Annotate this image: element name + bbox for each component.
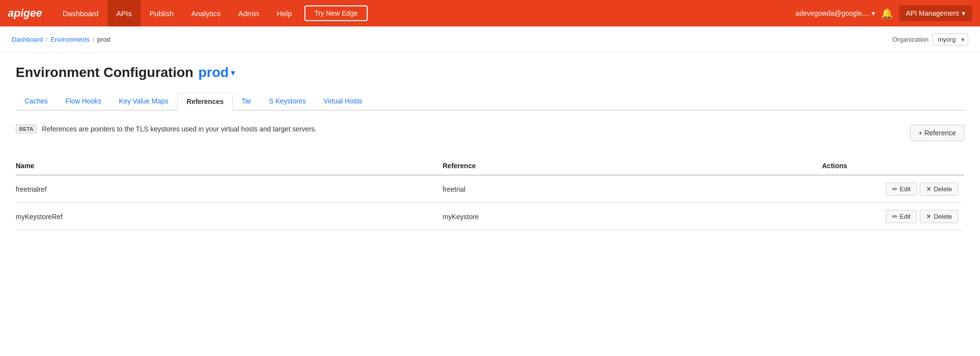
apigee-logo: apigee [8, 7, 42, 20]
beta-description-text: References are pointers to the TLS keyst… [42, 125, 317, 133]
page-title: Environment Configuration prod ▾ [16, 65, 964, 80]
table-body: freetrialref freetrial ✏ Edit ✕ Delete [16, 175, 964, 230]
nav-analytics[interactable]: Analytics [182, 0, 229, 26]
org-dropdown[interactable]: myorg [932, 33, 968, 46]
row-1-name: freetrialref [16, 175, 443, 203]
org-dropdown-wrapper[interactable]: myorg [932, 33, 968, 46]
beta-section: BETA References are pointers to the TLS … [16, 123, 964, 143]
beta-badge: BETA [16, 125, 37, 133]
cross-icon: ✕ [926, 185, 931, 193]
env-name-text: prod [198, 65, 228, 80]
nav-right: adevegowda@google.... ▾ 🔔 API Management… [796, 5, 972, 21]
org-selector: Organization myorg [892, 33, 968, 46]
row-1-edit-button[interactable]: ✏ Edit [886, 182, 917, 196]
breadcrumb-prod: prod [97, 36, 110, 43]
table-header-row: Name Reference Actions [16, 157, 964, 175]
row-1-delete-button[interactable]: ✕ Delete [920, 182, 958, 196]
row-1-action-btns: ✏ Edit ✕ Delete [822, 182, 958, 196]
row-2-reference: myKeystore [443, 203, 822, 230]
tab-key-value-maps[interactable]: Key Value Maps [110, 92, 177, 111]
references-table: Name Reference Actions freetrialref free… [16, 157, 964, 230]
row-1-reference: freetrial [443, 175, 822, 203]
edit-label: Edit [900, 185, 910, 193]
org-label: Organization [892, 36, 929, 43]
tab-tar[interactable]: Tar [233, 92, 260, 111]
table-row: myKeystoreRef myKeystore ✏ Edit ✕ Delete [16, 203, 964, 230]
top-navigation: apigee Dashboard APIs Publish Analytics … [0, 0, 980, 26]
edit-label: Edit [900, 213, 910, 220]
table-header: Name Reference Actions [16, 157, 964, 175]
user-chevron-icon: ▾ [872, 9, 875, 17]
tab-references[interactable]: References [177, 93, 233, 111]
col-header-name: Name [16, 157, 443, 175]
breadcrumb-bar: Dashboard / Environments / prod Organiza… [0, 26, 980, 53]
beta-description: BETA References are pointers to the TLS … [16, 125, 317, 133]
row-2-actions: ✏ Edit ✕ Delete [822, 203, 964, 230]
env-chevron-icon: ▾ [231, 68, 235, 77]
table-row: freetrialref freetrial ✏ Edit ✕ Delete [16, 175, 964, 203]
user-menu[interactable]: adevegowda@google.... ▾ [796, 9, 875, 17]
row-2-delete-button[interactable]: ✕ Delete [920, 210, 958, 223]
try-new-edge-button[interactable]: Try New Edge [304, 5, 367, 21]
breadcrumb-dashboard[interactable]: Dashboard [12, 36, 43, 43]
notification-bell-icon[interactable]: 🔔 [881, 7, 893, 19]
breadcrumb-environments[interactable]: Environments [50, 36, 89, 43]
nav-help[interactable]: Help [268, 0, 301, 26]
breadcrumb-sep-1: / [46, 36, 48, 43]
api-mgmt-label: API Management [906, 9, 959, 17]
tab-flow-hooks[interactable]: Flow Hooks [56, 92, 110, 111]
pencil-icon: ✏ [892, 185, 898, 193]
pencil-icon: ✏ [892, 213, 898, 220]
user-email: adevegowda@google.... [796, 9, 870, 17]
breadcrumb-sep-2: / [93, 36, 95, 43]
row-1-actions: ✏ Edit ✕ Delete [822, 175, 964, 203]
tab-virtual-hosts[interactable]: Virtual Hosts [315, 92, 371, 111]
env-name[interactable]: prod ▾ [198, 65, 234, 80]
col-header-actions: Actions [822, 157, 964, 175]
api-management-button[interactable]: API Management ▾ [899, 5, 972, 21]
nav-dashboard[interactable]: Dashboard [54, 0, 107, 26]
page-content: Environment Configuration prod ▾ Caches … [0, 53, 980, 242]
row-2-name: myKeystoreRef [16, 203, 443, 230]
breadcrumb: Dashboard / Environments / prod [12, 36, 110, 43]
row-2-action-btns: ✏ Edit ✕ Delete [822, 210, 958, 223]
nav-apis[interactable]: APIs [107, 0, 141, 26]
col-header-reference: Reference [443, 157, 822, 175]
tabs-bar: Caches Flow Hooks Key Value Maps Referen… [16, 92, 964, 111]
cross-icon: ✕ [926, 213, 931, 220]
tab-s-keystores[interactable]: S Keystores [260, 92, 314, 111]
api-mgmt-chevron-icon: ▾ [962, 9, 965, 17]
nav-links: Dashboard APIs Publish Analytics Admin H… [54, 0, 796, 26]
nav-publish[interactable]: Publish [141, 0, 182, 26]
tab-caches[interactable]: Caches [16, 92, 56, 111]
add-reference-button[interactable]: + Reference [910, 125, 964, 141]
row-2-edit-button[interactable]: ✏ Edit [886, 210, 917, 223]
page-title-text: Environment Configuration [16, 65, 193, 80]
nav-admin[interactable]: Admin [229, 0, 268, 26]
delete-label: Delete [933, 213, 952, 220]
delete-label: Delete [933, 185, 952, 193]
